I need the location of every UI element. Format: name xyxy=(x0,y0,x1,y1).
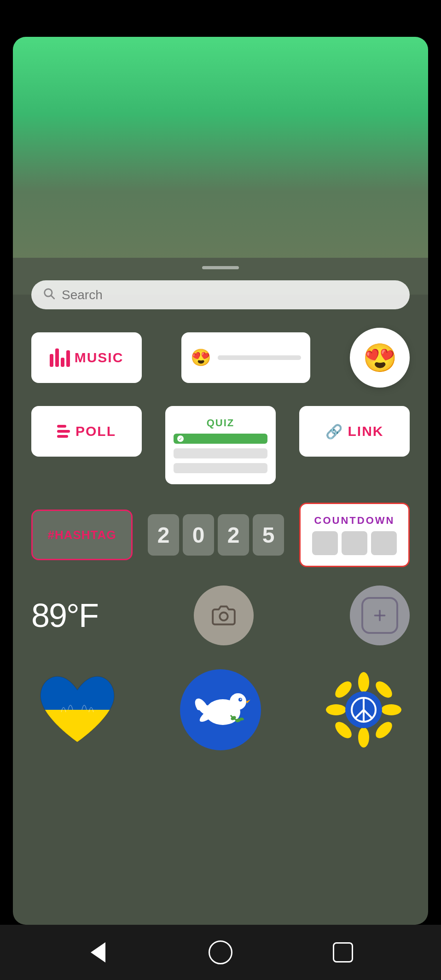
music-label: MUSIC xyxy=(75,350,124,365)
recents-icon xyxy=(333,942,353,963)
link-label: LINK xyxy=(348,423,384,439)
search-input[interactable] xyxy=(62,288,399,302)
year-digit-0: 0 xyxy=(183,514,214,556)
bottom-nav-bar xyxy=(0,925,441,980)
sticker-emoji-bubble[interactable]: 😍 xyxy=(350,328,410,388)
sticker-year[interactable]: 2 0 2 5 xyxy=(148,514,284,556)
sticker-quiz[interactable]: QUIZ ✓ xyxy=(165,406,276,484)
sticker-countdown[interactable]: COUNTDOWN xyxy=(299,503,410,567)
sticker-ukraine-heart[interactable] xyxy=(31,664,123,756)
slider-track xyxy=(218,355,301,360)
add-inner-icon xyxy=(361,597,398,634)
poll-icon xyxy=(57,425,70,438)
sticker-row-3: #HASHTAG 2 0 2 5 COUNTDOWN xyxy=(31,503,410,567)
slider-fill xyxy=(218,355,251,360)
sticker-emoji-slider[interactable]: 😍 xyxy=(181,332,310,383)
search-icon xyxy=(42,287,55,303)
quiz-answer-empty-2 xyxy=(174,463,267,473)
sheet-handle xyxy=(202,266,239,269)
home-icon xyxy=(209,940,232,964)
nav-back-button[interactable] xyxy=(84,939,112,966)
countdown-boxes xyxy=(312,531,397,555)
year-digit-5: 5 xyxy=(253,514,284,556)
nav-home-button[interactable] xyxy=(207,939,234,966)
countdown-box-1 xyxy=(312,531,338,555)
hashtag-label: #HASHTAG xyxy=(47,528,116,542)
svg-point-16 xyxy=(358,727,369,748)
sticker-row-5 xyxy=(31,664,410,756)
emoji-bubble-face: 😍 xyxy=(363,342,397,374)
quiz-answer-empty-1 xyxy=(174,448,267,458)
music-bar-2 xyxy=(55,348,59,367)
countdown-box-2 xyxy=(342,531,367,555)
year-digit-2b: 2 xyxy=(218,514,249,556)
svg-point-17 xyxy=(326,704,346,715)
search-bar[interactable] xyxy=(31,280,410,309)
sticker-row-2: POLL QUIZ ✓ 🔗 LINK xyxy=(31,406,410,484)
sticker-camera[interactable] xyxy=(194,586,254,645)
story-background xyxy=(13,37,428,295)
back-icon xyxy=(91,942,105,963)
music-bar-3 xyxy=(61,358,64,367)
link-icon: 🔗 xyxy=(325,423,342,440)
music-bar-4 xyxy=(66,350,70,367)
quiz-check-icon: ✓ xyxy=(177,435,184,442)
quiz-answer-correct: ✓ xyxy=(174,434,267,444)
sticker-temperature[interactable]: 89°F xyxy=(31,597,98,634)
poll-line-2 xyxy=(57,430,70,433)
poll-label: POLL xyxy=(75,423,116,439)
quiz-label: QUIZ xyxy=(207,417,235,429)
poll-line-1 xyxy=(57,425,66,428)
svg-point-15 xyxy=(358,672,369,692)
emoji-slider-face: 😍 xyxy=(191,348,211,367)
svg-point-9 xyxy=(230,693,246,710)
top-status-bar xyxy=(0,0,441,37)
sticker-row-4: 89°F xyxy=(31,586,410,645)
sticker-add[interactable] xyxy=(350,586,410,645)
countdown-box-3 xyxy=(371,531,397,555)
sticker-row-1: MUSIC 😍 😍 xyxy=(31,328,410,388)
poll-line-3 xyxy=(57,435,68,438)
nav-recents-button[interactable] xyxy=(329,939,357,966)
sticker-link[interactable]: 🔗 LINK xyxy=(299,406,410,457)
sticker-music[interactable]: MUSIC xyxy=(31,332,142,383)
svg-point-2 xyxy=(220,613,228,620)
sticker-picker-sheet: MUSIC 😍 😍 POLL QUIZ xyxy=(13,258,428,925)
sticker-ukraine-dove[interactable] xyxy=(174,664,267,756)
year-digit-2: 2 xyxy=(148,514,179,556)
music-bars-icon xyxy=(50,348,70,367)
music-bar-1 xyxy=(50,354,53,367)
sticker-hashtag[interactable]: #HASHTAG xyxy=(31,510,133,560)
svg-line-1 xyxy=(51,296,54,298)
sticker-ukraine-sunflower[interactable] xyxy=(318,664,410,756)
sticker-poll[interactable]: POLL xyxy=(31,406,142,457)
svg-point-14 xyxy=(240,699,242,700)
countdown-label: COUNTDOWN xyxy=(314,515,395,527)
svg-point-18 xyxy=(381,704,401,715)
